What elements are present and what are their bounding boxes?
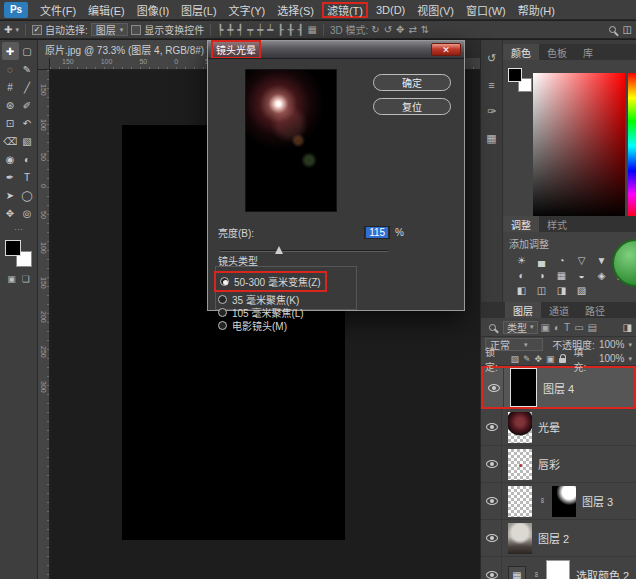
tool-button[interactable]: ✚ (2, 42, 19, 60)
menu-item[interactable]: 滤镜(T) (322, 2, 368, 18)
tool-button[interactable]: ▧ (19, 132, 36, 150)
3d-mode-icon[interactable]: ↻ (371, 24, 379, 35)
foreground-color-swatch[interactable] (508, 68, 522, 82)
visibility-eye-icon[interactable] (486, 571, 498, 579)
tool-button[interactable]: ⌫ (2, 132, 19, 150)
menu-item[interactable]: 图像(I) (131, 2, 175, 18)
panel-icon[interactable]: ▦ (486, 132, 496, 145)
align-icon[interactable]: ┯ (247, 24, 253, 35)
menu-item[interactable]: 文件(F) (34, 2, 82, 18)
adjustment-icon[interactable]: ◧ (513, 284, 530, 297)
filter-kind-icon[interactable]: ▣ (541, 322, 550, 333)
tool-button[interactable]: ╱ (19, 78, 36, 96)
adjustment-icon[interactable]: ▄ (533, 254, 550, 267)
layer-mask-thumbnail[interactable] (552, 486, 576, 517)
adjustment-icon[interactable]: ◐ (513, 269, 530, 282)
tool-button[interactable]: ✐ (19, 96, 36, 114)
menu-item[interactable]: 视图(V) (411, 2, 460, 18)
layer-name[interactable]: 图层 4 (543, 380, 574, 396)
eyebox[interactable] (484, 368, 504, 407)
tool-button[interactable]: ➤ (2, 186, 19, 204)
brightness-input[interactable]: 115 (364, 226, 390, 239)
radio-icon[interactable] (220, 277, 229, 286)
visibility-eye-icon[interactable] (486, 460, 498, 468)
tool-button[interactable]: ⊡ (2, 114, 19, 132)
layer-row[interactable]: ▦ ∞ 选取颜色 2 (481, 557, 636, 579)
auto-select-target-dropdown[interactable]: 图层 ▾ (91, 23, 129, 36)
menu-item[interactable]: 图层(L) (175, 2, 222, 18)
saturation-value-square[interactable] (533, 73, 625, 219)
panel-tab[interactable]: 调整 (503, 216, 539, 232)
align-icon[interactable]: ╂ (287, 24, 293, 35)
link-mask-icon[interactable]: ∞ (532, 571, 541, 579)
adjustment-icon[interactable]: ◈ (593, 269, 610, 282)
lock-all-icon[interactable] (559, 358, 566, 363)
dialog-title-bar[interactable]: 镜头光晕 ✕ (208, 41, 464, 58)
hue-slider[interactable] (628, 73, 636, 219)
eyebox[interactable] (482, 409, 502, 445)
fill-value[interactable]: 100% (599, 353, 625, 364)
adjustment-icon[interactable]: ☀ (513, 254, 530, 267)
layer-thumbnail[interactable] (508, 449, 532, 480)
eyebox[interactable] (482, 557, 502, 579)
visibility-eye-icon[interactable] (486, 534, 498, 542)
tool-button[interactable]: ◐ (19, 150, 36, 168)
eyebox[interactable] (482, 520, 502, 556)
workspace-panel-icon[interactable]: ◫ (623, 24, 632, 35)
layer-thumbnail[interactable] (510, 368, 537, 407)
menu-item[interactable]: 3D(D) (370, 2, 411, 18)
panel-tab[interactable]: 通道 (541, 302, 577, 318)
filter-kind-icon[interactable]: ◐ (554, 322, 560, 333)
adjustment-layer-icon[interactable]: ▦ (508, 566, 526, 579)
close-dialog-button[interactable]: ✕ (431, 43, 461, 56)
lock-pixels-icon[interactable]: ✎ (523, 354, 531, 364)
adjustment-icon[interactable]: ◒ (573, 269, 590, 282)
3d-mode-icon[interactable]: ↺ (384, 24, 392, 35)
visibility-eye-icon[interactable] (486, 423, 498, 431)
3d-mode-icon[interactable]: ✥ (396, 24, 404, 35)
panel-tab[interactable]: 样式 (539, 216, 575, 232)
align-icon[interactable]: ┩ (237, 24, 243, 35)
tool-button[interactable]: ↶ (19, 114, 36, 132)
tool-button[interactable]: ✎ (19, 60, 36, 78)
layer-row[interactable]: 光晕 (481, 409, 636, 446)
3d-mode-icon[interactable]: ⇄ (408, 24, 416, 35)
filter-kind-icon[interactable]: T (564, 322, 570, 333)
search-icon[interactable] (609, 26, 616, 33)
tool-button[interactable]: ▢ (19, 42, 36, 60)
menu-item[interactable]: 窗口(W) (460, 2, 512, 18)
tool-button[interactable]: T (19, 168, 36, 186)
radio-icon[interactable] (218, 295, 227, 304)
auto-select-checkbox[interactable]: ✓ (32, 25, 42, 35)
tool-preset-caret-icon[interactable]: ▾ (15, 26, 19, 34)
panel-tab[interactable]: 颜色 (503, 44, 539, 60)
align-icon[interactable]: ┷ (267, 24, 273, 35)
visibility-eye-icon[interactable] (486, 497, 498, 505)
panel-icon[interactable]: ↺ (487, 52, 496, 65)
layer-name[interactable]: 选取颜色 2 (576, 567, 629, 579)
layer-name[interactable]: 图层 2 (538, 530, 569, 546)
panel-icon[interactable]: ✑ (487, 105, 496, 118)
filter-kind-icon[interactable]: ▤ (588, 322, 597, 333)
panel-tab[interactable]: 库 (575, 44, 601, 60)
panel-tab[interactable]: 图层 (505, 302, 541, 318)
adjustment-icon[interactable]: ▽ (573, 254, 590, 267)
adjustment-icon[interactable]: ◔ (553, 254, 570, 267)
reset-button[interactable]: 复位 (373, 98, 451, 115)
filter-kind-icon[interactable]: ▭ (574, 322, 583, 333)
tool-button[interactable]: ✥ (2, 204, 19, 222)
layer-name[interactable]: 光晕 (538, 419, 560, 435)
show-transform-checkbox[interactable] (131, 25, 141, 35)
menu-item[interactable]: 选择(S) (271, 2, 320, 18)
ok-button[interactable]: 确定 (373, 74, 451, 91)
tool-button[interactable]: ◌ (2, 60, 19, 78)
visibility-eye-icon[interactable] (488, 384, 500, 392)
radio-icon[interactable] (218, 308, 227, 317)
radio-icon[interactable] (218, 321, 227, 330)
lock-artboard-icon[interactable]: ▣ (546, 354, 555, 364)
color-swatches[interactable] (5, 240, 32, 267)
lock-position-icon[interactable]: ✥ (534, 354, 542, 364)
color-swatches-small[interactable] (508, 68, 532, 92)
menu-item[interactable]: 文字(Y) (223, 2, 272, 18)
eyebox[interactable] (482, 446, 502, 482)
